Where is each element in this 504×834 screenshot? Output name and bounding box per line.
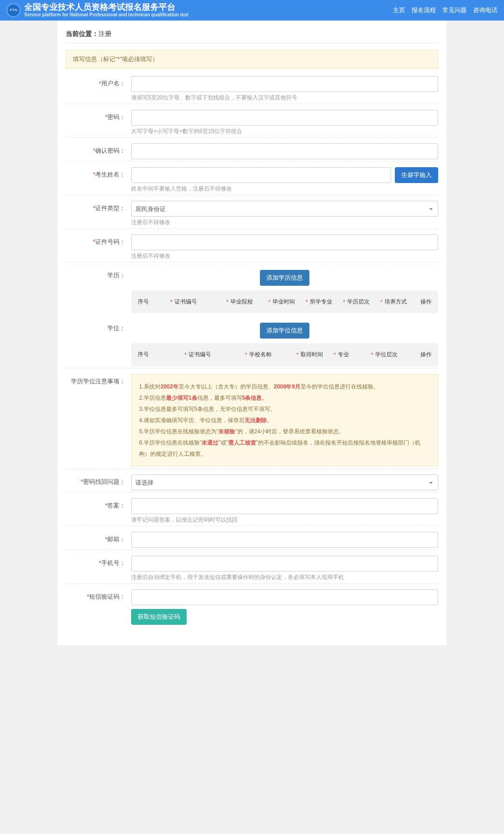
get-sms-button[interactable]: 获取短信验证码 [131, 609, 187, 625]
row-answer: *答案： 请牢记问题答案，以便忘记密码时可以找回 [66, 493, 438, 526]
label-sms: 短信验证码： [89, 593, 126, 600]
hint-answer: 请牢记问题答案，以便忘记密码时可以找回 [131, 516, 438, 524]
rare-char-button[interactable]: 生僻字输入 [395, 167, 438, 183]
logo-icon: PTN [7, 3, 21, 17]
hint-id-no: 注册后不得修改 [131, 252, 438, 260]
input-answer[interactable] [131, 498, 438, 514]
nav-faq[interactable]: 常见问题 [442, 6, 467, 14]
nav-process[interactable]: 报名流程 [412, 6, 436, 14]
label-answer: 答案： [107, 502, 126, 509]
page-container: 当前位置：注册 填写信息（标记"*"项必须填写） *用户名： 请填写5至20位字… [57, 21, 447, 645]
row-username: *用户名： 请填写5至20位字母、数字或下划线组合，不要输入汉字或其他符号 [66, 71, 438, 104]
row-confirm: *确认密码： [66, 138, 438, 162]
row-notice: 学历学位注意事项： 1.系统对2002年至今大专以上（含大专）的学历信息、200… [66, 368, 438, 469]
row-id-no: *证件号码： 注册后不得修改 [66, 229, 438, 262]
add-edu-button[interactable]: 添加学历信息 [260, 270, 309, 286]
edu-col-time: 毕业时间 [273, 298, 295, 306]
input-id-no[interactable] [131, 234, 438, 250]
label-password: 密码： [107, 113, 126, 120]
row-password: *密码： 大写字母+小写字母+数字的8至15位字符组合 [66, 104, 438, 138]
deg-col-time: 取得时间 [301, 351, 323, 359]
deg-col-major: 专业 [338, 351, 349, 359]
label-username: 用户名： [101, 80, 126, 87]
row-name: *考生姓名： 生僻字输入 姓名中间不要输入空格，注册后不得修改 [66, 162, 438, 195]
edu-col-school: 毕业院校 [231, 298, 253, 306]
nav-contact[interactable]: 咨询电话 [473, 6, 497, 14]
label-id-no: 证件号码： [95, 238, 126, 245]
degree-table-header: 序号 *证书编号 *学校名称 *取得时间 *专业 *学位层次 操作 [131, 343, 438, 366]
site-title-en: Service platform for National Profession… [24, 12, 189, 18]
label-mobile: 手机号： [101, 559, 126, 566]
label-notice: 学历学位注意事项： [71, 378, 126, 385]
breadcrumb-label: 当前位置： [66, 30, 98, 37]
input-username[interactable] [131, 76, 438, 92]
row-email: *邮箱： [66, 526, 438, 550]
label-id-type: 证件类型： [95, 205, 126, 212]
hint-password: 大写字母+小写字母+数字的8至15位字符组合 [131, 127, 438, 135]
select-secq[interactable]: 请选择 [131, 474, 438, 490]
deg-col-seq: 序号 [138, 351, 184, 359]
nav-home[interactable]: 主页 [393, 6, 405, 14]
input-name[interactable] [131, 167, 391, 183]
label-edu: 学历： [107, 272, 126, 279]
row-id-type: *证件类型： 居民身份证 注册后不得修改 [66, 195, 438, 229]
edu-col-seq: 序号 [138, 298, 170, 306]
row-edu: 学历： 添加学历信息 序号 *证书编号 *毕业院校 *毕业时间 *所学专业 *学… [66, 262, 438, 315]
label-secq: 密码找回问题： [83, 478, 126, 485]
edu-col-mode: 培养方式 [385, 298, 407, 306]
site-title-cn: 全国专业技术人员资格考试报名服务平台 [24, 3, 189, 12]
row-mobile: *手机号： 注册后自动绑定手机，用于发送短信或重要操作时的身份认定，务必填写本人… [66, 550, 438, 584]
select-id-type[interactable]: 居民身份证 [131, 201, 438, 217]
input-confirm[interactable] [131, 143, 438, 159]
deg-col-school: 学校名称 [249, 351, 272, 359]
row-degree: 学位： 添加学位信息 序号 *证书编号 *学校名称 *取得时间 *专业 *学位层… [66, 315, 438, 368]
deg-col-level: 学位层次 [375, 351, 398, 359]
edu-table-header: 序号 *证书编号 *毕业院校 *毕业时间 *所学专业 *学历层次 *培养方式 操… [131, 290, 438, 313]
hint-mobile: 注册后自动绑定手机，用于发送短信或重要操作时的身份认定，务必填写本人现用手机 [131, 573, 438, 581]
row-secq: *密码找回问题： 请选择 [66, 469, 438, 493]
input-email[interactable] [131, 532, 438, 548]
input-mobile[interactable] [131, 556, 438, 572]
label-confirm: 确认密码： [95, 147, 126, 154]
form-tip: 填写信息（标记"*"项必须填写） [66, 50, 438, 69]
edu-col-major: 所学专业 [310, 298, 332, 306]
input-sms[interactable] [131, 589, 438, 605]
add-degree-button[interactable]: 添加学位信息 [260, 323, 309, 339]
breadcrumb-page: 注册 [98, 30, 112, 37]
edu-col-cert: 证书编号 [175, 298, 197, 306]
deg-col-cert: 证书编号 [189, 351, 211, 359]
notice-box: 1.系统对2002年至今大专以上（含大专）的学历信息、2008年9月至今的学位信… [131, 374, 438, 466]
top-nav: 主页 报名流程 常见问题 咨询电话 [393, 6, 497, 14]
label-name: 考生姓名： [95, 171, 126, 178]
deg-col-op: 操作 [420, 351, 432, 359]
label-degree: 学位： [107, 325, 126, 332]
label-email: 邮箱： [107, 536, 126, 543]
hint-id-type: 注册后不得修改 [131, 219, 438, 226]
top-header: PTN 全国专业技术人员资格考试报名服务平台 Service platform … [0, 0, 504, 21]
logo-block: PTN 全国专业技术人员资格考试报名服务平台 Service platform … [7, 3, 393, 18]
breadcrumb: 当前位置：注册 [66, 27, 438, 43]
edu-col-level: 学历层次 [347, 298, 370, 306]
input-password[interactable] [131, 110, 438, 126]
row-sms: *短信验证码： 获取短信验证码 [66, 584, 438, 627]
hint-username: 请填写5至20位字母、数字或下划线组合，不要输入汉字或其他符号 [131, 94, 438, 102]
edu-col-op: 操作 [420, 298, 432, 306]
hint-name: 姓名中间不要输入空格，注册后不得修改 [131, 185, 438, 193]
